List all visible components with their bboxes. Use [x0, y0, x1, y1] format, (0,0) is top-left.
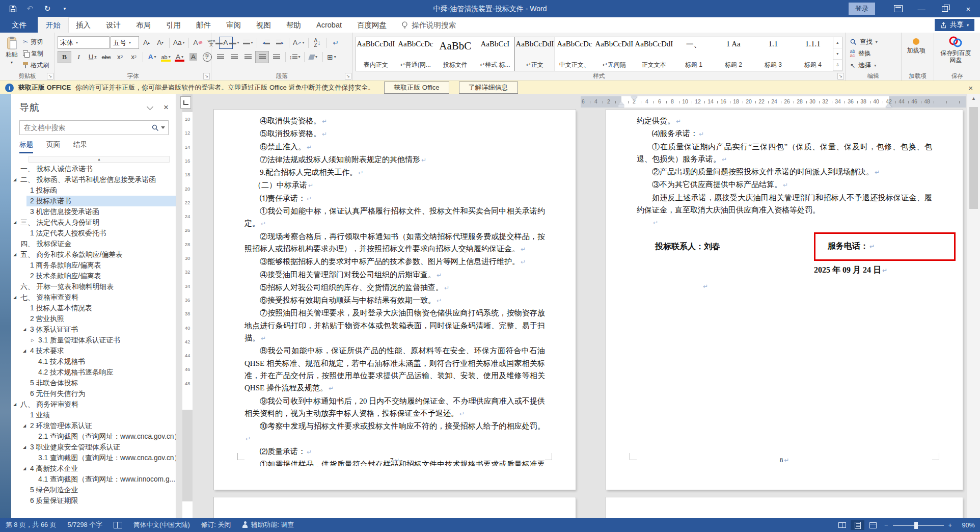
styles-dialog-launcher[interactable]: ↘ [837, 73, 844, 79]
styles-gallery-scroll[interactable]: ▴▾⇳ [833, 37, 842, 71]
align-right-button[interactable] [241, 51, 254, 63]
tab-审阅[interactable]: 审阅 [219, 17, 249, 33]
zoom-level[interactable]: 90% [957, 521, 975, 529]
word-count[interactable]: 5/7298 个字 [62, 521, 108, 529]
highlight-color-button[interactable]: ab▾ [159, 51, 172, 63]
message-close-icon[interactable]: × [968, 84, 973, 92]
document-search-input[interactable]: 在文档中搜索 [19, 120, 169, 135]
align-left-button[interactable] [214, 51, 227, 63]
learn-more-button[interactable]: 了解详细信息 [459, 82, 518, 94]
proofing-icon[interactable] [108, 522, 128, 528]
expand-open-icon[interactable]: ◢ [13, 217, 16, 228]
tab-帮助[interactable]: 帮助 [279, 17, 309, 33]
character-shading-button[interactable]: A [187, 51, 200, 63]
scroll-up-icon[interactable]: ▲ [967, 96, 980, 101]
nav-item[interactable]: 1 投标函 [11, 185, 176, 196]
grow-font-button[interactable]: A▴ [140, 37, 153, 48]
style-item[interactable]: AaBbCcDc中文正文、 [555, 37, 594, 71]
style-item[interactable]: AaBbCcDdI↵无间隔 [594, 37, 634, 71]
show-hide-marks-button[interactable]: ↵ [330, 37, 342, 48]
track-changes-indicator[interactable]: 修订: 关闭 [196, 521, 236, 529]
nav-item[interactable]: 6 无任何失信行为 [11, 388, 176, 399]
zoom-slider-thumb[interactable] [914, 522, 918, 529]
paste-button[interactable]: 粘贴▾ [3, 35, 21, 68]
tell-me-search[interactable]: 操作说明搜索 [394, 17, 463, 33]
tab-插入[interactable]: 插入 [68, 17, 98, 33]
find-button[interactable]: 查找▾ [848, 36, 880, 47]
style-item[interactable]: AaBbCcDdI正文文本 [634, 37, 674, 71]
italic-button[interactable]: I [72, 51, 85, 63]
expand-open-icon[interactable]: ◢ [23, 420, 26, 431]
tab-布局[interactable]: 布局 [128, 17, 158, 33]
style-item[interactable]: 1.1标题 3 [753, 37, 793, 71]
style-item[interactable]: 一、标题 1 [674, 37, 714, 71]
nav-item[interactable]: 1 投标人基本情况表 [11, 303, 176, 313]
font-dialog-launcher[interactable]: ↘ [203, 73, 210, 79]
addins-button[interactable]: 加载项 [904, 35, 929, 56]
nav-item[interactable]: ◢4 技术要求 [11, 345, 176, 356]
tab-视图[interactable]: 视图 [249, 17, 279, 33]
paragraph-dialog-launcher[interactable]: ↘ [345, 73, 351, 79]
style-item[interactable]: AaBbCcDdI↵正文 [515, 37, 555, 71]
expand-open-icon[interactable]: ◢ [23, 345, 26, 356]
nav-item[interactable]: ◢八、 商务评审资料 [11, 399, 176, 410]
language-indicator[interactable]: 简体中文(中国大陆) [128, 521, 196, 529]
right-indent-marker[interactable] [886, 103, 892, 108]
tab-百度网盘[interactable]: 百度网盘 [349, 17, 394, 33]
read-mode-button[interactable] [835, 520, 849, 530]
tab-引用[interactable]: 引用 [158, 17, 188, 33]
nav-item[interactable]: 1 法定代表人授权委托书 [11, 228, 176, 238]
bullets-button[interactable]: ▾ [214, 37, 227, 48]
search-options-icon[interactable] [161, 126, 165, 129]
zoom-out-button[interactable]: − [884, 521, 888, 529]
sign-in-button[interactable]: 登录 [849, 3, 875, 15]
page-indicator[interactable]: 第 8 页，共 66 页 [0, 521, 62, 529]
font-color-button[interactable]: A▾ [173, 51, 186, 63]
nav-item[interactable]: 1 业绩 [11, 410, 176, 420]
superscript-button[interactable]: x2 [127, 51, 140, 63]
clipboard-dialog-launcher[interactable]: ↘ [47, 73, 53, 79]
expand-open-icon[interactable]: ◢ [13, 174, 16, 185]
tab-stop-selector[interactable] [180, 96, 191, 109]
text-effects-button[interactable]: A▾ [146, 51, 158, 63]
expand-open-icon[interactable]: ◢ [23, 324, 26, 335]
nav-item[interactable]: 4.1 技术规格书 [11, 356, 176, 367]
sort-button[interactable]: AZ↓ [311, 37, 324, 48]
nav-scroll-up-strip[interactable]: ▲ [29, 156, 170, 163]
hanging-indent-marker[interactable] [618, 101, 624, 108]
nav-item[interactable]: 3.1 查询截图（查询网址：www.cnca.gov.cn） [11, 453, 176, 463]
line-spacing-button[interactable]: ↕▾ [288, 51, 302, 63]
style-item[interactable]: 1 Aa标题 2 [714, 37, 753, 71]
close-button[interactable]: × [957, 0, 980, 17]
ribbon-display-options-icon[interactable] [886, 0, 910, 17]
nav-item[interactable]: 2 投标承诺书 [11, 196, 176, 206]
nav-item[interactable]: ▷3.1 质量管理体系认证证书 [11, 335, 176, 345]
format-painter-button[interactable]: 格式刷 [21, 60, 51, 71]
style-item[interactable]: AaBbC投标文件 [435, 37, 475, 71]
style-item[interactable]: AaBbCcDdI表内正文 [356, 37, 396, 71]
nav-item[interactable]: 5 绿色制造企业 [11, 485, 176, 495]
select-button[interactable]: ↖ 选择▾ [848, 60, 880, 71]
align-center-button[interactable] [228, 51, 240, 63]
scrollbar-thumb[interactable] [969, 107, 978, 209]
customize-qat-icon[interactable]: ▾ [60, 4, 69, 13]
print-layout-button[interactable] [851, 520, 864, 530]
nav-item[interactable]: ◢3 职业健康安全管理体系认证 [11, 442, 176, 453]
nav-item[interactable]: 5 非联合体投标 [11, 378, 176, 388]
save-to-netdisk-button[interactable]: 保存到百度网盘 [937, 35, 974, 65]
nav-item[interactable]: ◢4 高新技术企业 [11, 463, 176, 474]
expand-open-icon[interactable]: ◢ [13, 249, 16, 260]
restore-button[interactable] [933, 0, 957, 17]
nav-item[interactable]: 4.2 技术规格书逐条响应 [11, 367, 176, 378]
nav-item[interactable]: ◢3 体系认证证书 [11, 324, 176, 335]
numbering-button[interactable]: ▾ [228, 37, 240, 48]
tab-设计[interactable]: 设计 [98, 17, 128, 33]
justify-button[interactable] [255, 51, 269, 63]
nav-item[interactable]: ◢七、 资格审查资料 [11, 292, 176, 303]
nav-item[interactable]: 6 质量保证期限 [11, 495, 176, 506]
bold-button[interactable]: B [58, 51, 71, 63]
borders-button[interactable]: ⊞▾ [325, 51, 338, 63]
expand-open-icon[interactable]: ◢ [23, 463, 26, 474]
strikethrough-button[interactable]: abc [100, 51, 113, 63]
nav-item[interactable]: ◢五、 商务和技术条款响应/偏差表 [11, 249, 176, 260]
